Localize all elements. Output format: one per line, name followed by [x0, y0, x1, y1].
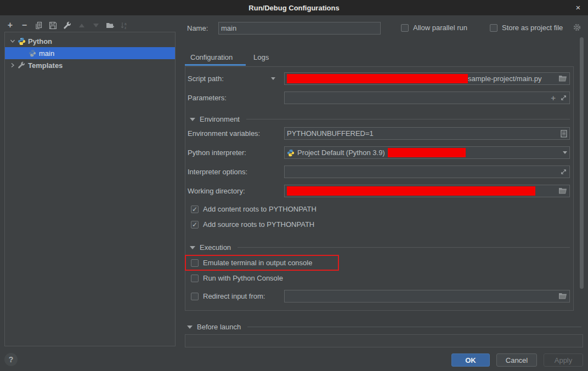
- checkbox-checked-icon[interactable]: [191, 206, 199, 213]
- save-configuration-button[interactable]: [48, 21, 58, 30]
- collapse-triangle-icon[interactable]: [190, 246, 195, 249]
- interpreter-options-input[interactable]: [284, 165, 570, 178]
- add-configuration-button[interactable]: +: [5, 21, 15, 30]
- copy-icon: [35, 21, 43, 30]
- configurations-toolbar: + − a z: [5, 19, 129, 32]
- question-icon: ?: [9, 355, 14, 364]
- tab-configuration[interactable]: Configuration: [190, 53, 233, 61]
- folder-open-icon[interactable]: [558, 75, 567, 82]
- add-content-roots-label: Add content roots to PYTHONPATH: [203, 205, 316, 213]
- execution-section-header[interactable]: Execution: [188, 243, 570, 252]
- name-label: Name:: [187, 24, 208, 32]
- collapse-triangle-icon[interactable]: [190, 118, 195, 121]
- svg-text:z: z: [125, 25, 127, 29]
- sort-configurations-button[interactable]: a z: [120, 21, 129, 30]
- checkbox-icon[interactable]: [401, 24, 409, 32]
- redirect-input-field[interactable]: [284, 290, 570, 302]
- execution-section-label: Execution: [200, 243, 231, 252]
- emulate-terminal-checkbox[interactable]: Emulate terminal in output console: [191, 259, 312, 267]
- configurations-tree: Python main Templates: [4, 32, 176, 346]
- add-macro-icon[interactable]: +: [551, 93, 556, 102]
- working-directory-row: Working directory:: [188, 185, 570, 197]
- add-content-roots-checkbox[interactable]: Add content roots to PYTHONPATH: [191, 205, 570, 213]
- gear-icon[interactable]: [573, 23, 581, 33]
- redirect-input-checkbox[interactable]: Redirect input from:: [188, 292, 284, 300]
- python-interpreter-select[interactable]: Project Default (Python 3.9): [284, 146, 570, 159]
- environment-section-header[interactable]: Environment: [188, 115, 570, 123]
- browse-variables-icon[interactable]: [561, 130, 567, 138]
- parameters-row: Parameters: +: [188, 92, 570, 104]
- run-with-python-console-checkbox[interactable]: Run with Python Console: [191, 274, 570, 282]
- ok-button[interactable]: OK: [451, 353, 490, 367]
- chevron-down-icon[interactable]: [271, 77, 275, 80]
- arrow-down-icon: [93, 24, 99, 27]
- environment-variables-input[interactable]: PYTHONUNBUFFERED=1: [284, 127, 570, 140]
- move-up-button[interactable]: [77, 21, 86, 30]
- help-button[interactable]: ?: [4, 353, 18, 366]
- checkbox-icon[interactable]: [191, 293, 199, 300]
- interpreter-options-label: Interpreter options:: [188, 168, 284, 176]
- add-source-roots-checkbox[interactable]: Add source roots to PYTHONPATH: [191, 220, 570, 229]
- chevron-down-icon[interactable]: [8, 39, 17, 43]
- copy-configuration-button[interactable]: [34, 21, 43, 30]
- working-directory-input[interactable]: [284, 185, 570, 197]
- script-path-input[interactable]: sample-project/main.py: [284, 72, 570, 85]
- parameters-label: Parameters:: [188, 94, 284, 102]
- vertical-scrollbar[interactable]: [580, 37, 584, 289]
- python-interpreter-value: Project Default (Python 3.9): [297, 149, 385, 157]
- environment-variables-row: Environment variables: PYTHONUNBUFFERED=…: [188, 127, 570, 140]
- environment-section-label: Environment: [200, 115, 240, 123]
- script-path-row: Script path: sample-project/main.py: [188, 72, 570, 85]
- move-down-button[interactable]: [91, 21, 100, 30]
- tab-logs[interactable]: Logs: [253, 53, 269, 61]
- expand-icon[interactable]: [560, 168, 567, 175]
- tree-item-main[interactable]: main: [5, 47, 175, 59]
- dialog-titlebar: Run/Debug Configurations ×: [0, 0, 588, 15]
- redaction-block: [388, 148, 466, 157]
- name-input[interactable]: [218, 22, 381, 35]
- checkbox-icon[interactable]: [191, 275, 199, 282]
- sort-alpha-icon: a z: [120, 21, 128, 30]
- remove-configuration-button[interactable]: −: [20, 21, 29, 30]
- dropdown-arrow-icon[interactable]: [563, 151, 567, 154]
- working-directory-label: Working directory:: [188, 187, 284, 195]
- python-interpreter-row: Python interpreter: Project Default (Pyt…: [188, 146, 570, 159]
- redirect-input-row: Redirect input from:: [188, 290, 570, 302]
- cancel-button[interactable]: Cancel: [496, 353, 537, 367]
- tree-item-label: Templates: [28, 61, 63, 70]
- expand-icon[interactable]: [560, 94, 567, 101]
- allow-parallel-run-checkbox[interactable]: Allow parallel run: [401, 24, 467, 32]
- checkbox-icon[interactable]: [490, 24, 497, 32]
- tree-item-templates[interactable]: Templates: [5, 59, 175, 71]
- script-path-label: Script path:: [188, 75, 284, 83]
- emulate-terminal-label: Emulate terminal in output console: [203, 259, 312, 267]
- checkbox-checked-icon[interactable]: [191, 221, 199, 229]
- chevron-right-icon[interactable]: [8, 62, 17, 68]
- tree-item-python[interactable]: Python: [5, 35, 175, 47]
- parameters-input[interactable]: +: [284, 92, 570, 104]
- before-launch-section-header[interactable]: Before launch: [187, 323, 581, 331]
- active-tab-underline: [185, 64, 246, 66]
- close-icon[interactable]: ×: [573, 3, 583, 13]
- script-path-value: sample-project/main.py: [468, 75, 541, 83]
- tree-item-label: main: [39, 49, 54, 58]
- before-launch-list[interactable]: [185, 334, 583, 347]
- emulate-terminal-highlight: Emulate terminal in output console: [185, 255, 339, 271]
- python-icon: [17, 37, 26, 45]
- store-as-project-file-checkbox[interactable]: Store as project file: [490, 24, 563, 32]
- folder-open-icon[interactable]: [558, 187, 567, 195]
- save-icon: [49, 21, 57, 30]
- python-interpreter-label: Python interpreter:: [188, 149, 284, 157]
- collapse-triangle-icon[interactable]: [187, 326, 193, 329]
- checkbox-icon[interactable]: [191, 259, 199, 267]
- apply-button[interactable]: Apply: [544, 353, 583, 367]
- edit-templates-button[interactable]: [63, 21, 72, 30]
- folder-open-icon[interactable]: [558, 293, 567, 300]
- new-folder-button[interactable]: [105, 21, 115, 30]
- redaction-block: [287, 186, 535, 196]
- redaction-block: [287, 74, 468, 83]
- run-with-python-console-label: Run with Python Console: [203, 274, 283, 282]
- minus-icon: −: [22, 21, 27, 30]
- configuration-form: Script path: sample-project/main.py Para…: [185, 66, 574, 311]
- allow-parallel-run-label: Allow parallel run: [413, 24, 467, 32]
